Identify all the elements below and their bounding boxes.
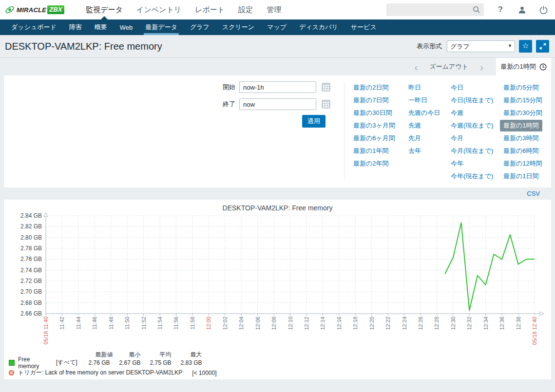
- legend-stat-value: 2.83 GB: [176, 359, 207, 366]
- quick-range-link[interactable]: 一昨日: [408, 94, 451, 107]
- section-nav-item[interactable]: グラフ: [184, 19, 216, 35]
- quick-range-link[interactable]: 今年(現在まで): [451, 170, 503, 183]
- section-nav-item[interactable]: 障害: [63, 19, 88, 35]
- quick-range-link-label: 最新の30日間: [350, 107, 396, 119]
- section-nav: ダッシュボード障害概要Web最新データグラフスクリーンマップディスカバリサービス: [0, 19, 555, 35]
- miracle-zbx-logo[interactable]: MIRACLE ZBX: [5, 0, 64, 19]
- to-calendar-button[interactable]: [320, 98, 332, 110]
- view-as-select[interactable]: グラフ: [447, 40, 515, 52]
- quick-range-link[interactable]: 最新の5分間: [503, 81, 555, 94]
- quick-range-link[interactable]: 最新の30日間: [353, 107, 408, 119]
- legend-stat-value: 2.76 GB: [84, 359, 115, 366]
- svg-text:2.74 GB: 2.74 GB: [20, 267, 42, 274]
- x-tick-label: 12:18: [352, 317, 358, 330]
- help-icon[interactable]: ?: [496, 5, 505, 15]
- section-nav-item[interactable]: ダッシュボード: [5, 19, 63, 35]
- quick-range-link[interactable]: 最新の2日間: [353, 81, 408, 94]
- logo-brand-text: MIRACLE: [17, 6, 46, 14]
- from-input[interactable]: [239, 81, 316, 93]
- time-range-tab[interactable]: 最新の1時間: [496, 58, 551, 75]
- x-tick-label: 12:38: [516, 317, 521, 330]
- legend-series-name: Free memory: [18, 356, 52, 370]
- quick-range-link[interactable]: 先月: [408, 132, 451, 145]
- quick-range-link[interactable]: 先週: [408, 119, 451, 132]
- to-label: 終了: [222, 100, 235, 109]
- svg-text:2.66 GB: 2.66 GB: [20, 310, 42, 317]
- main-menu-item[interactable]: 管理: [260, 0, 288, 19]
- quick-range-link[interactable]: 最新の3ヶ月間: [353, 119, 408, 132]
- quick-range-link[interactable]: 最新の12時間: [503, 157, 555, 170]
- section-nav-item[interactable]: 最新データ: [139, 19, 184, 35]
- fullscreen-button[interactable]: [536, 40, 549, 53]
- csv-row: CSV: [0, 187, 555, 200]
- quick-range-link-label: 今日: [447, 82, 467, 93]
- legend-stat-value: 2.75 GB: [145, 359, 176, 366]
- quick-range-link[interactable]: 今月: [451, 132, 503, 145]
- x-tick-label: 12:34: [483, 317, 489, 330]
- main-menu: 監視データインベントリレポート設定管理: [79, 0, 288, 19]
- quick-range-link[interactable]: 今日: [451, 81, 503, 94]
- section-nav-item[interactable]: マップ: [261, 19, 293, 35]
- quick-range-link[interactable]: 最新の6ヶ月間: [353, 132, 408, 145]
- quick-range-link[interactable]: 最新の6時間: [503, 145, 555, 157]
- quick-range-link[interactable]: 最新の3時間: [503, 132, 555, 145]
- logout-icon[interactable]: [538, 5, 548, 15]
- svg-text:2.68 GB: 2.68 GB: [20, 299, 42, 306]
- quick-range-link[interactable]: 今月(現在まで): [451, 145, 503, 157]
- quick-range-link-label: 今月: [447, 132, 467, 144]
- quick-range-link[interactable]: 最新の30分間: [503, 107, 555, 119]
- quick-range-link[interactable]: 最新の2年間: [353, 157, 408, 170]
- quick-range-link[interactable]: 昨日: [408, 81, 451, 94]
- quick-range-link[interactable]: 最新の15分間: [503, 94, 555, 107]
- x-tick-label: 12:24: [402, 317, 407, 330]
- quick-range-link[interactable]: 最新の1日間: [503, 170, 555, 183]
- x-tick-label: 11:50: [124, 317, 130, 330]
- x-tick-label: 12:06: [255, 317, 261, 330]
- csv-link[interactable]: CSV: [527, 190, 540, 197]
- quick-range-link[interactable]: 今年: [451, 157, 503, 170]
- search-icon[interactable]: [473, 6, 480, 14]
- main-menu-item[interactable]: インベントリ: [130, 0, 188, 19]
- time-back-chevron[interactable]: ‹: [407, 62, 424, 72]
- quick-range-link[interactable]: 先週の今日: [408, 107, 451, 119]
- trigger-label: トリガー: Lack of free memory on server DESK…: [18, 369, 182, 377]
- quick-range-link[interactable]: 今週: [451, 107, 503, 119]
- main-menu-item[interactable]: 設定: [231, 0, 260, 19]
- quick-range-link-label: 最新の2日間: [350, 82, 392, 93]
- main-menu-item[interactable]: 監視データ: [79, 0, 130, 19]
- section-nav-item[interactable]: Web: [114, 19, 139, 35]
- time-forward-chevron[interactable]: ›: [473, 62, 490, 72]
- quick-range-link[interactable]: 去年: [408, 145, 451, 157]
- to-input[interactable]: [239, 98, 316, 110]
- section-nav-item[interactable]: ディスカバリ: [293, 19, 344, 35]
- apply-button[interactable]: 適用: [302, 115, 325, 128]
- section-nav-item[interactable]: スクリーン: [216, 19, 261, 35]
- quick-range-link-label: 先月: [405, 132, 424, 144]
- top-header: MIRACLE ZBX 監視データインベントリレポート設定管理 ?: [0, 0, 555, 19]
- x-tick-label: 11:56: [173, 317, 179, 330]
- quick-range-column: 最新の5分間最新の15分間最新の30分間最新の1時間最新の3時間最新の6時間最新…: [503, 81, 555, 183]
- calendar-icon: [321, 99, 331, 109]
- quick-range-link[interactable]: 今日(現在まで): [451, 94, 503, 107]
- user-profile-icon[interactable]: [517, 5, 527, 15]
- zoom-out-link[interactable]: ズームアウト: [429, 62, 468, 71]
- quick-range-link[interactable]: 最新の1時間: [503, 119, 555, 132]
- from-calendar-button[interactable]: [320, 81, 332, 93]
- logo-swoosh-icon: [5, 5, 15, 15]
- x-tick-label: 12:30: [450, 317, 456, 330]
- quick-range-link[interactable]: 最新の7日間: [353, 94, 408, 107]
- section-nav-item[interactable]: 概要: [88, 19, 114, 35]
- favourite-button[interactable]: ☆: [519, 40, 532, 53]
- x-tick-label: 11:44: [76, 317, 81, 330]
- quick-range-link-label: 最新の6時間: [500, 145, 542, 157]
- search-input[interactable]: [386, 3, 484, 16]
- quick-range-link[interactable]: 最新の1年間: [353, 145, 408, 157]
- graph-canvas[interactable]: 2.84 GB2.82 GB2.80 GB2.78 GB2.76 GB2.74 …: [4, 212, 551, 351]
- quick-range-link[interactable]: 今週(現在まで): [451, 119, 503, 132]
- page-header: DESKTOP-VAM2LKP: Free memory 表示形式 グラフ ☆: [0, 35, 555, 58]
- section-nav-item[interactable]: サービス: [344, 19, 383, 35]
- x-tick-label: 11:46: [92, 317, 97, 330]
- x-tick-label: 12:28: [434, 317, 440, 330]
- quick-range-column: 最新の2日間最新の7日間最新の30日間最新の3ヶ月間最新の6ヶ月間最新の1年間最…: [353, 81, 408, 183]
- main-menu-item[interactable]: レポート: [188, 0, 231, 19]
